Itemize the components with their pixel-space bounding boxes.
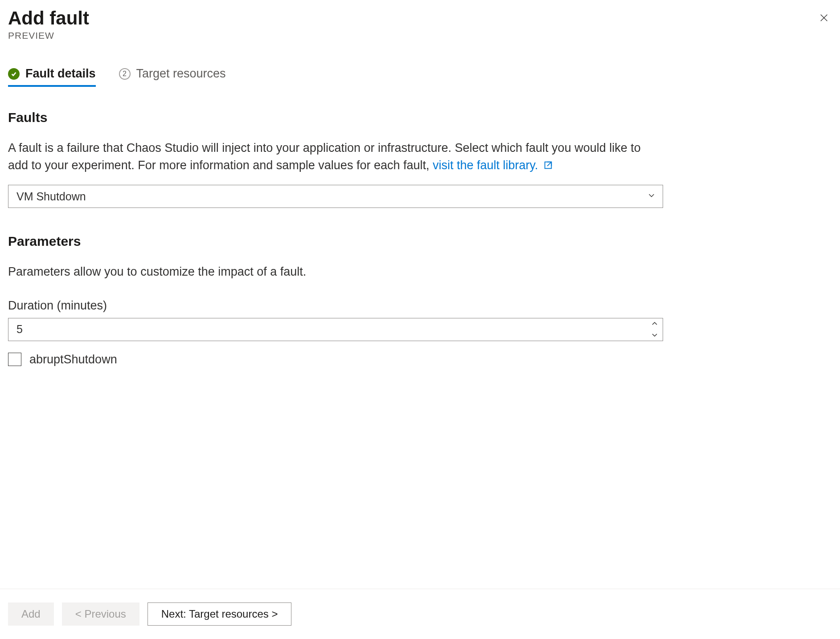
page-title: Add fault <box>8 8 89 28</box>
parameters-description: Parameters allow you to customize the im… <box>8 263 663 281</box>
duration-input[interactable] <box>8 318 646 341</box>
external-link-icon <box>543 158 553 175</box>
link-text: visit the fault library. <box>433 159 538 172</box>
tab-label: Target resources <box>136 67 226 81</box>
abrupt-shutdown-label: abruptShutdown <box>29 353 117 366</box>
duration-label: Duration (minutes) <box>8 299 663 313</box>
parameters-heading: Parameters <box>8 234 663 249</box>
chevron-down-icon <box>647 191 656 201</box>
fault-select-value: VM Shutdown <box>16 190 86 203</box>
close-icon <box>819 13 829 24</box>
duration-increment-button[interactable] <box>646 318 663 330</box>
svg-line-3 <box>547 162 551 166</box>
chevron-down-icon <box>652 331 658 339</box>
faults-heading: Faults <box>8 110 663 125</box>
preview-badge: PREVIEW <box>8 30 89 41</box>
previous-button: < Previous <box>62 602 139 626</box>
tab-label: Fault details <box>25 67 96 81</box>
add-button: Add <box>8 602 54 626</box>
duration-stepper[interactable] <box>8 318 663 341</box>
fault-library-link[interactable]: visit the fault library. <box>433 159 538 172</box>
chevron-up-icon <box>652 320 658 328</box>
abrupt-shutdown-checkbox[interactable] <box>8 353 21 366</box>
tab-fault-details[interactable]: Fault details <box>8 67 96 87</box>
close-button[interactable] <box>816 11 832 27</box>
fault-select[interactable]: VM Shutdown <box>8 185 663 208</box>
next-button[interactable]: Next: Target resources > <box>148 602 292 626</box>
tab-target-resources[interactable]: 2 Target resources <box>119 67 226 87</box>
wizard-footer: Add < Previous Next: Target resources > <box>0 589 840 639</box>
checkmark-icon <box>8 68 20 80</box>
step-number-icon: 2 <box>119 68 131 80</box>
wizard-tabs: Fault details 2 Target resources <box>8 67 832 87</box>
faults-description: A fault is a failure that Chaos Studio w… <box>8 139 663 175</box>
duration-decrement-button[interactable] <box>646 330 663 341</box>
